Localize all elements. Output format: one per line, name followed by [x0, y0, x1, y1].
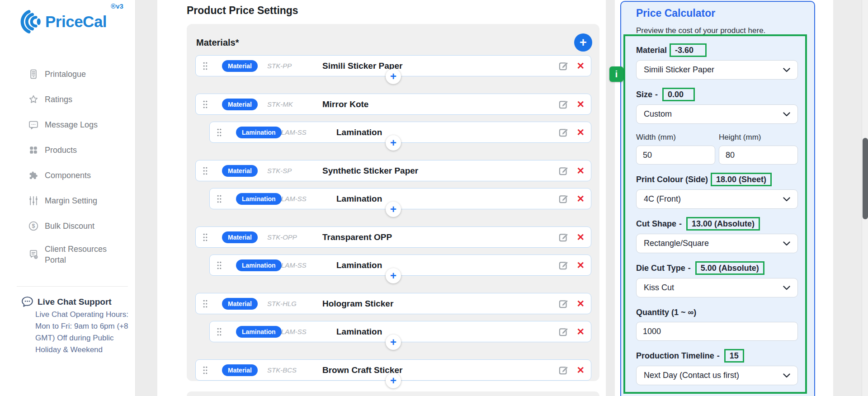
- timeline-annotation: 15: [724, 349, 744, 363]
- sidebar-item-message-logs[interactable]: Message Logs: [0, 112, 135, 137]
- die-cut-select[interactable]: Kiss Cut: [636, 278, 798, 297]
- chevron-down-icon: [783, 112, 790, 117]
- material-row: Material STK-OPP Transparent OPP ✕: [195, 226, 591, 248]
- add-child-button[interactable]: +: [386, 268, 401, 283]
- app-logo[interactable]: PriceCal®v3: [14, 9, 123, 34]
- sidebar-nav: Printalogue Ratings Message Logs: [0, 61, 135, 270]
- material-row: Material STK-MK Mirror Kote ✕: [195, 94, 591, 115]
- delete-icon[interactable]: ✕: [576, 327, 585, 337]
- material-label: Material: [636, 46, 667, 55]
- drag-handle-icon[interactable]: [203, 61, 222, 71]
- delete-icon[interactable]: ✕: [576, 166, 585, 176]
- material-name: Lamination: [336, 327, 558, 337]
- field-print-colour: Print Colour (Side) 18.00 (Sheet) 4C (Fr…: [636, 173, 798, 209]
- edit-icon[interactable]: [558, 327, 568, 337]
- sidebar-item-ratings[interactable]: Ratings: [0, 87, 135, 112]
- sidebar-item-label: Margin Setting: [45, 195, 97, 206]
- edit-icon[interactable]: [558, 299, 568, 309]
- material-group: Material STK-BCS Brown Craft Sticker ✕ +: [195, 359, 591, 381]
- add-child-button[interactable]: +: [386, 335, 401, 350]
- chevron-down-icon: [783, 68, 790, 72]
- logo-text: PriceCal: [45, 9, 107, 34]
- delete-icon[interactable]: ✕: [576, 99, 585, 109]
- chevron-down-icon: [783, 197, 790, 202]
- puzzle-icon: [28, 170, 39, 181]
- sidebar-item-margin-setting[interactable]: Margin Setting: [0, 188, 135, 213]
- logo-version: ®v3: [111, 2, 123, 10]
- sidebar-item-bulk-discount[interactable]: $ Bulk Discount: [0, 213, 135, 239]
- edit-icon[interactable]: [558, 260, 568, 270]
- quantity-label: Quantity (1 ~ ∞): [636, 308, 696, 317]
- edit-icon[interactable]: [558, 61, 568, 71]
- page-scrollbar[interactable]: [862, 0, 868, 396]
- quantity-input[interactable]: [636, 322, 798, 341]
- drag-handle-icon[interactable]: [203, 299, 222, 309]
- drag-handle-icon[interactable]: [203, 99, 222, 109]
- timeline-label: Production Timeline: [636, 351, 714, 361]
- scrollbar-thumb[interactable]: [863, 138, 868, 219]
- live-chat-hours: Live Chat Operating Hours: Mon to Fri: 9…: [35, 309, 131, 356]
- type-badge: Lamination: [236, 193, 282, 205]
- sidebar-item-label: Components: [45, 170, 91, 181]
- drag-handle-icon[interactable]: [217, 127, 236, 137]
- star-icon: [28, 94, 39, 105]
- cut-shape-select[interactable]: Rectangle/Square: [636, 234, 798, 253]
- add-child-button[interactable]: +: [386, 135, 401, 151]
- material-name: Synthetic Sticker Paper: [322, 166, 558, 176]
- add-child-button[interactable]: +: [386, 373, 401, 388]
- height-input[interactable]: [719, 146, 798, 165]
- size-select[interactable]: Custom: [636, 104, 798, 124]
- next-section-card: [187, 391, 599, 396]
- edit-icon[interactable]: [558, 127, 568, 137]
- type-badge: Lamination: [236, 127, 282, 138]
- sidebar-item-client-resources[interactable]: Client Resources Portal: [0, 239, 135, 270]
- edit-icon[interactable]: [558, 166, 568, 176]
- sidebar-item-label: Message Logs: [45, 119, 98, 130]
- edit-icon[interactable]: [558, 194, 568, 204]
- edit-icon[interactable]: [558, 365, 568, 375]
- drag-handle-icon[interactable]: [203, 365, 222, 375]
- cut-shape-label: Cut Shape: [636, 219, 676, 229]
- delete-icon[interactable]: ✕: [576, 365, 585, 375]
- sidebar-item-products[interactable]: Products: [0, 137, 135, 163]
- material-group: Material STK-MK Mirror Kote ✕ Lamination…: [195, 94, 591, 143]
- document-icon: [28, 249, 39, 260]
- size-label: Size: [636, 90, 652, 99]
- type-badge: Material: [222, 231, 258, 243]
- live-chat-title[interactable]: Live Chat Support: [38, 297, 112, 307]
- sidebar-divider: [17, 286, 128, 287]
- material-group: Material STK-SP Synthetic Sticker Paper …: [195, 160, 591, 209]
- info-badge[interactable]: i: [609, 66, 623, 82]
- material-select[interactable]: Simili Sticker Paper: [636, 60, 798, 80]
- sliders-icon: [28, 195, 39, 206]
- print-colour-select[interactable]: 4C (Front): [636, 189, 798, 209]
- delete-icon[interactable]: ✕: [576, 299, 585, 309]
- edit-icon[interactable]: [558, 99, 568, 109]
- delete-icon[interactable]: ✕: [576, 232, 585, 242]
- delete-icon[interactable]: ✕: [576, 194, 585, 204]
- field-die-cut: Die Cut Type - 5.00 (Absolute) Kiss Cut: [636, 261, 798, 297]
- delete-icon[interactable]: ✕: [576, 260, 585, 270]
- add-material-button[interactable]: +: [574, 33, 592, 52]
- sidebar-item-printalogue[interactable]: Printalogue: [0, 61, 135, 87]
- message-icon: [28, 119, 39, 130]
- sidebar-item-label: Ratings: [45, 94, 72, 105]
- edit-icon[interactable]: [558, 232, 568, 242]
- drag-handle-icon[interactable]: [203, 232, 222, 242]
- drag-handle-icon[interactable]: [217, 327, 236, 337]
- drag-handle-icon[interactable]: [217, 194, 236, 204]
- calculator-subtitle: Preview the cost of your product here.: [636, 26, 798, 35]
- drag-handle-icon[interactable]: [217, 260, 236, 270]
- page-gutter-mid: [606, 0, 615, 396]
- drag-handle-icon[interactable]: [203, 166, 222, 176]
- sidebar-item-components[interactable]: Components: [0, 163, 135, 188]
- width-label: Width (mm): [636, 132, 715, 143]
- add-child-button[interactable]: +: [386, 202, 401, 217]
- height-label: Height (mm): [719, 132, 798, 143]
- delete-icon[interactable]: ✕: [576, 127, 585, 137]
- add-child-button[interactable]: +: [386, 69, 401, 84]
- material-row: Material STK-HLG Hologram Sticker ✕: [195, 293, 591, 314]
- delete-icon[interactable]: ✕: [576, 61, 585, 71]
- timeline-select[interactable]: Next Day (Contact us first): [636, 366, 798, 385]
- width-input[interactable]: [636, 146, 715, 165]
